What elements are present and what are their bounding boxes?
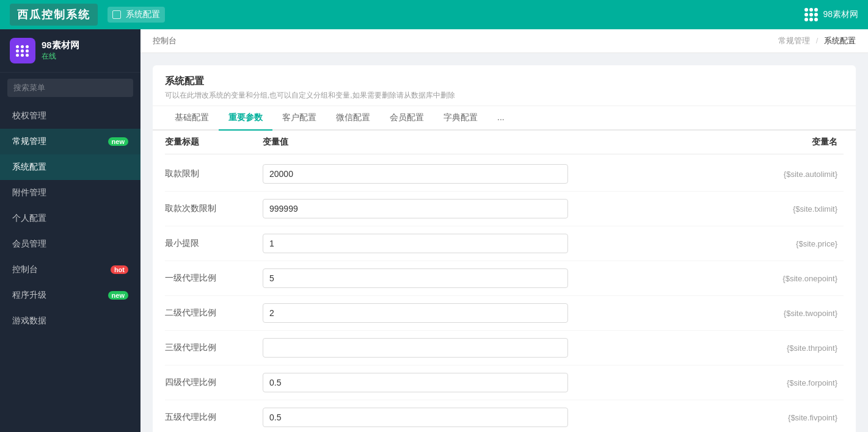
nav-tab-xitong[interactable]: 系统配置	[108, 7, 165, 23]
input-thrpoint[interactable]	[263, 338, 568, 358]
table-row: 最小提限 {$site.price}	[165, 226, 844, 261]
tab-jichu[interactable]: 基础配置	[165, 106, 219, 131]
row-value-2	[263, 234, 721, 253]
col-header-varname: 变量名	[721, 137, 844, 148]
main-content: 控制台 常规管理 / 系统配置 系统配置 可以在此增改系统的变量和分组,也可以自…	[140, 29, 868, 432]
row-label-4: 二级代理比例	[165, 308, 263, 319]
sidebar-item-changgui[interactable]: 常规管理 new	[0, 129, 140, 154]
sidebar-item-xitong[interactable]: 系统配置	[0, 154, 140, 180]
content-panel: 系统配置 可以在此增改系统的变量和分组,也可以自定义分组和变量,如果需要删除请从…	[140, 53, 868, 432]
sidebar-item-fujian[interactable]: 附件管理	[0, 180, 140, 206]
table-row: 五级代理比例 {$site.fivpoint}	[165, 400, 844, 432]
input-price[interactable]	[263, 234, 568, 253]
input-twopoint[interactable]	[263, 303, 568, 323]
tab-weixin[interactable]: 微信配置	[326, 106, 380, 131]
panel-desc: 可以在此增改系统的变量和分组,也可以自定义分组和变量,如果需要删除请从数据库中删…	[165, 90, 844, 101]
sidebar-item-chengxu[interactable]: 程序升级 new	[0, 283, 140, 308]
top-nav-right: 98素材网	[804, 8, 858, 21]
sidebar-item-quanxian[interactable]: 校权管理	[0, 103, 140, 129]
breadcrumb-nav: 常规管理 / 系统配置	[778, 35, 856, 46]
input-fivpoint[interactable]	[263, 408, 568, 427]
row-varname-6: {$site.forpoint}	[721, 378, 844, 387]
tab-huiyuan[interactable]: 会员配置	[380, 106, 434, 131]
breadcrumb-current: 系统配置	[824, 36, 856, 45]
main-layout: 98素材网 在线 搜索菜单 校权管理 常规管理 new 系统配置 附件管理 个人…	[0, 29, 868, 432]
sidebar: 98素材网 在线 搜索菜单 校权管理 常规管理 new 系统配置 附件管理 个人…	[0, 29, 140, 432]
sidebar-username: 98素材网	[42, 40, 79, 51]
table-header: 变量标题 变量值 变量名	[165, 131, 844, 154]
sidebar-item-geren[interactable]: 个人配置	[0, 206, 140, 231]
panel-card: 系统配置 可以在此增改系统的变量和分组,也可以自定义分组和变量,如果需要删除请从…	[153, 65, 856, 432]
tab-bar: 基础配置 重要参数 客户配置 微信配置 会员配置 字典配置 ...	[153, 106, 856, 131]
table-row: 三级代理比例 {$site.thrpoint}	[165, 331, 844, 365]
tab-more[interactable]: ...	[487, 106, 514, 131]
row-value-6	[263, 373, 721, 392]
breadcrumb-parent[interactable]: 常规管理	[778, 36, 810, 45]
user-info: 98素材网 在线	[42, 40, 79, 62]
row-value-0	[263, 164, 721, 184]
row-varname-4: {$site.twopoint}	[721, 309, 844, 318]
breadcrumb-sep: /	[816, 36, 819, 45]
badge-hot-kongzhitai: hot	[111, 265, 128, 274]
row-label-0: 取款限制	[165, 168, 263, 179]
row-label-3: 一级代理比例	[165, 273, 263, 284]
tab-kehu[interactable]: 客户配置	[272, 106, 326, 131]
row-value-5	[263, 338, 721, 358]
row-varname-3: {$site.onepoint}	[721, 274, 844, 283]
config-table: 变量标题 变量值 变量名 取款限制 {$site.autolimit}	[153, 131, 856, 432]
breadcrumb-bar: 控制台 常规管理 / 系统配置	[140, 29, 868, 53]
user-site-name: 98素材网	[823, 9, 858, 20]
sidebar-user-area: 98素材网 在线	[0, 29, 140, 73]
tab-zidian[interactable]: 字典配置	[434, 106, 487, 131]
row-varname-7: {$site.fivpoint}	[721, 413, 844, 422]
table-row: 一级代理比例 {$site.onepoint}	[165, 261, 844, 296]
row-label-7: 五级代理比例	[165, 412, 263, 423]
table-row: 取款限制 {$site.autolimit}	[165, 157, 844, 192]
row-value-4	[263, 303, 721, 323]
badge-new-changgui: new	[108, 137, 128, 146]
row-varname-2: {$site.price}	[721, 239, 844, 248]
panel-title: 系统配置	[165, 75, 844, 88]
logo: 西瓜控制系统	[10, 4, 98, 26]
row-label-2: 最小提限	[165, 238, 263, 249]
input-forpoint[interactable]	[263, 373, 568, 392]
row-value-1	[263, 199, 721, 218]
badge-new-chengxu: new	[108, 291, 128, 300]
table-row: 取款次数限制 {$site.txlimit}	[165, 192, 844, 226]
row-value-7	[263, 408, 721, 427]
table-row: 二级代理比例 {$site.twopoint}	[165, 296, 844, 331]
sidebar-item-kongzhitai[interactable]: 控制台 hot	[0, 257, 140, 283]
avatar	[10, 38, 35, 63]
tab-zhongyao[interactable]: 重要参数	[219, 106, 272, 131]
tab-square-icon	[112, 10, 121, 19]
row-label-1: 取款次数限制	[165, 203, 263, 214]
row-varname-0: {$site.autolimit}	[721, 170, 844, 179]
table-row: 四级代理比例 {$site.forpoint}	[165, 365, 844, 400]
col-header-label: 变量标题	[165, 137, 263, 148]
sidebar-search[interactable]: 搜索菜单	[7, 79, 133, 97]
top-navigation: 西瓜控制系统 系统配置 98素材网	[0, 0, 868, 29]
row-varname-5: {$site.thrpoint}	[721, 344, 844, 353]
row-label-5: 三级代理比例	[165, 342, 263, 353]
sidebar-item-youxi[interactable]: 游戏数据	[0, 308, 140, 334]
sidebar-status: 在线	[42, 51, 79, 62]
col-header-value: 变量值	[263, 137, 721, 148]
breadcrumb-home: 控制台	[153, 35, 177, 46]
panel-header: 系统配置 可以在此增改系统的变量和分组,也可以自定义分组和变量,如果需要删除请从…	[153, 65, 856, 106]
row-value-3	[263, 268, 721, 288]
input-onepoint[interactable]	[263, 268, 568, 288]
row-varname-1: {$site.txlimit}	[721, 204, 844, 214]
row-label-6: 四级代理比例	[165, 377, 263, 388]
grid-icon	[804, 8, 818, 21]
sidebar-item-huiyuan[interactable]: 会员管理	[0, 231, 140, 257]
top-nav-left: 西瓜控制系统 系统配置	[10, 4, 165, 26]
input-autolimit[interactable]	[263, 164, 568, 184]
avatar-icon	[16, 45, 29, 57]
input-txlimit[interactable]	[263, 199, 568, 218]
